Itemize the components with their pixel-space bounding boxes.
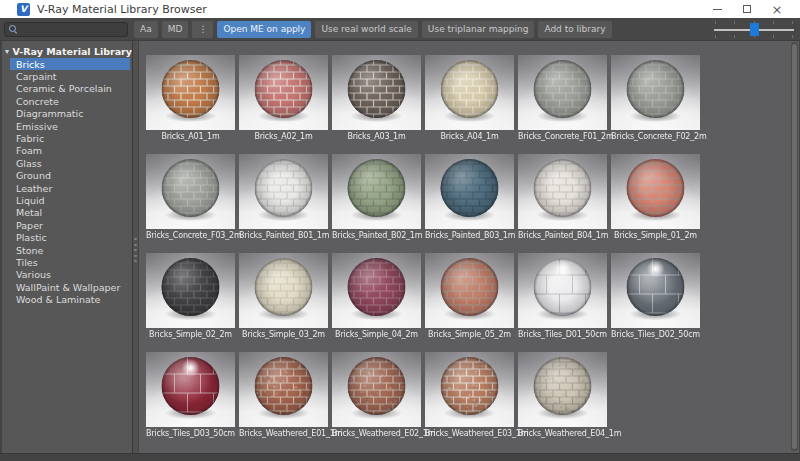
sidebar-item-glass[interactable]: Glass — [2, 157, 132, 169]
sidebar-item-tiles[interactable]: Tiles — [2, 256, 132, 268]
sidebar-item-leather[interactable]: Leather — [2, 182, 132, 194]
search-input[interactable] — [18, 24, 118, 34]
material-sphere-thumbnail — [146, 253, 235, 328]
category-list: BricksCarpaintCeramic & PorcelainConcret… — [2, 58, 132, 306]
material-sphere-thumbnail — [611, 55, 700, 130]
sidebar-item-wallpaint-wallpaper[interactable]: WallPaint & Wallpaper — [2, 281, 132, 293]
md-button[interactable]: MD — [162, 21, 189, 38]
tree-root-label: V-Ray Material Library — [13, 46, 132, 57]
material-tile[interactable]: Bricks_A02_1m — [239, 55, 328, 142]
material-tile[interactable]: Bricks_Weathered_E02_1m — [332, 352, 421, 439]
vertical-scrollbar[interactable] — [791, 42, 798, 451]
sidebar-item-various[interactable]: Various — [2, 269, 132, 281]
material-sphere-thumbnail — [425, 154, 514, 229]
material-label: Bricks_A03_1m — [332, 132, 421, 142]
vray-logo-icon: V — [17, 3, 30, 16]
material-tile[interactable]: Bricks_Simple_05_2m — [425, 253, 514, 340]
material-tile[interactable]: Bricks_Weathered_E01_1m — [239, 352, 328, 439]
material-label: Bricks_Weathered_E04_1m — [518, 429, 607, 439]
toolbar: AaMD⋮Open ME on applyUse real world scal… — [0, 18, 800, 41]
scrollbar-thumb[interactable] — [792, 44, 797, 449]
material-sphere-thumbnail — [518, 55, 607, 130]
material-tile[interactable]: Bricks_Concrete_F03_2m — [146, 154, 235, 241]
use-triplanar-mapping-button[interactable]: Use triplanar mapping — [422, 21, 535, 38]
sidebar-item-paper[interactable]: Paper — [2, 219, 132, 231]
material-tile[interactable]: Bricks_Simple_01_2m — [611, 154, 700, 241]
collapse-caret-icon: ▾ — [5, 47, 13, 56]
sidebar-item-concrete[interactable]: Concrete — [2, 95, 132, 107]
material-label: Bricks_Simple_04_2m — [332, 330, 421, 340]
material-tile[interactable]: Bricks_Painted_B01_1m — [239, 154, 328, 241]
material-sphere-thumbnail — [518, 253, 607, 328]
sidebar-item-fabric[interactable]: Fabric — [2, 132, 132, 144]
tree-root[interactable]: ▾ V-Ray Material Library — [2, 44, 132, 58]
material-label: Bricks_Concrete_F03_2m — [146, 231, 235, 241]
sidebar-item-foam[interactable]: Foam — [2, 145, 132, 157]
vray-material-library-window: V V-Ray Material Library Browser × AaMD⋮… — [0, 0, 800, 461]
sidebar-item-ceramic-porcelain[interactable]: Ceramic & Porcelain — [2, 83, 132, 95]
sidebar-item-metal[interactable]: Metal — [2, 207, 132, 219]
material-tile[interactable]: Bricks_Simple_03_2m — [239, 253, 328, 340]
add-to-library-button[interactable]: Add to library — [538, 21, 611, 38]
search-box[interactable] — [4, 22, 128, 37]
material-tile[interactable]: Bricks_Tiles_D02_50cm — [611, 253, 700, 340]
material-sphere-thumbnail — [332, 154, 421, 229]
material-tile[interactable]: Bricks_Tiles_D03_50cm — [146, 352, 235, 439]
material-label: Bricks_Painted_B03_1m — [425, 231, 514, 241]
sidebar-item-diagrammatic[interactable]: Diagrammatic — [2, 108, 132, 120]
material-sphere-thumbnail — [239, 253, 328, 328]
use-real-world-scale-button[interactable]: Use real world scale — [315, 21, 417, 38]
material-tile[interactable]: Bricks_Tiles_D01_50cm — [518, 253, 607, 340]
material-sphere-thumbnail — [239, 154, 328, 229]
material-tile[interactable]: Bricks_Weathered_E03_1m — [425, 352, 514, 439]
sidebar-splitter[interactable] — [132, 41, 139, 453]
material-label: Bricks_Concrete_F01_2m — [518, 132, 607, 142]
options-button[interactable]: ⋮ — [192, 21, 213, 38]
sidebar-item-plastic[interactable]: Plastic — [2, 231, 132, 243]
material-label: Bricks_A04_1m — [425, 132, 514, 142]
material-sphere-thumbnail — [332, 352, 421, 427]
sidebar-item-emissive[interactable]: Emissive — [2, 120, 132, 132]
material-label: Bricks_Weathered_E02_1m — [332, 429, 421, 439]
material-sphere-thumbnail — [611, 154, 700, 229]
material-tile[interactable]: Bricks_Painted_B04_1m — [518, 154, 607, 241]
material-label: Bricks_A01_1m — [146, 132, 235, 142]
sidebar-item-wood-laminate[interactable]: Wood & Laminate — [2, 293, 132, 305]
maximize-button[interactable] — [732, 0, 762, 18]
sidebar-item-liquid[interactable]: Liquid — [2, 194, 132, 206]
material-label: Bricks_Tiles_D02_50cm — [611, 330, 700, 340]
material-tile[interactable]: Bricks_Simple_04_2m — [332, 253, 421, 340]
material-sphere-thumbnail — [332, 55, 421, 130]
material-label: Bricks_Simple_03_2m — [239, 330, 328, 340]
sidebar-item-carpaint[interactable]: Carpaint — [2, 70, 132, 82]
material-tile[interactable]: Bricks_A04_1m — [425, 55, 514, 142]
sidebar-item-bricks[interactable]: Bricks — [10, 58, 130, 70]
thumbnail-size-slider[interactable] — [714, 18, 794, 41]
sidebar-item-ground[interactable]: Ground — [2, 170, 132, 182]
material-tile[interactable]: Bricks_Concrete_F01_2m — [518, 55, 607, 142]
material-sphere-thumbnail — [611, 253, 700, 328]
material-sphere-thumbnail — [425, 352, 514, 427]
splitter-grip-icon — [134, 238, 138, 262]
material-tile[interactable]: Bricks_Painted_B02_1m — [332, 154, 421, 241]
material-label: Bricks_Concrete_F02_2m — [611, 132, 700, 142]
material-tile[interactable]: Bricks_Concrete_F02_2m — [611, 55, 700, 142]
material-label: Bricks_Weathered_E01_1m — [239, 429, 328, 439]
material-tile[interactable]: Bricks_Painted_B03_1m — [425, 154, 514, 241]
open-me-on-apply-button[interactable]: Open ME on apply — [217, 21, 311, 38]
material-tile[interactable]: Bricks_Weathered_E04_1m — [518, 352, 607, 439]
material-tile[interactable]: Bricks_A01_1m — [146, 55, 235, 142]
material-label: Bricks_Painted_B02_1m — [332, 231, 421, 241]
material-grid: Bricks_A01_1mBricks_A02_1mBricks_A03_1mB… — [146, 55, 785, 451]
close-button[interactable]: × — [762, 0, 792, 18]
case-sensitive-button[interactable]: Aa — [134, 21, 158, 38]
window-bottom-edge — [0, 453, 800, 461]
material-sphere-thumbnail — [425, 55, 514, 130]
material-tile[interactable]: Bricks_A03_1m — [332, 55, 421, 142]
window-title: V-Ray Material Library Browser — [37, 3, 207, 16]
sidebar-item-stone[interactable]: Stone — [2, 244, 132, 256]
material-sphere-thumbnail — [239, 55, 328, 130]
material-tile[interactable]: Bricks_Simple_02_2m — [146, 253, 235, 340]
title-bar: V V-Ray Material Library Browser × — [0, 0, 800, 18]
minimize-button[interactable] — [702, 0, 732, 18]
